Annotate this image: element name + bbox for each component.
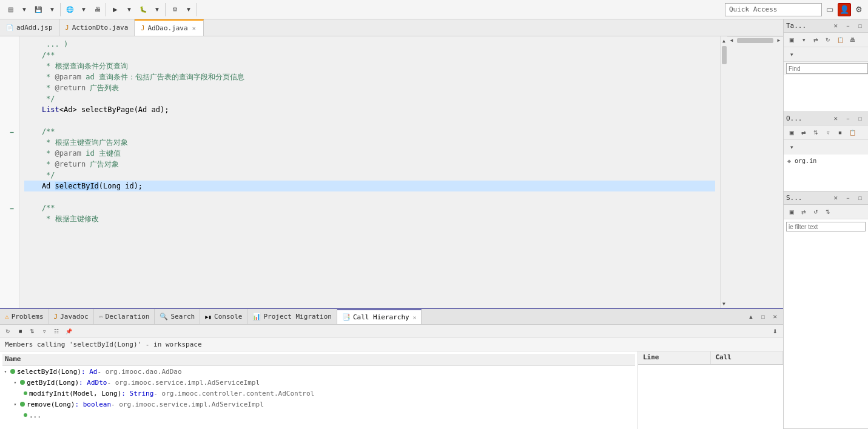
tab-search[interactable]: 🔍 Search	[155, 309, 200, 324]
code-line: * @return 广告对象	[24, 159, 715, 170]
tab-javadoc[interactable]: J Javadoc	[49, 309, 94, 324]
outline-btn1[interactable]: ▣	[786, 127, 797, 138]
tree-row-2[interactable]: ▾ getById(Long) : AdDto - org.imooc.serv…	[2, 377, 635, 388]
find-input[interactable]	[786, 63, 868, 74]
outline-section: O... ✕ − □ ▣ ⇄ ⇅ ▿ ■ 📋 ▾ ◆ org.in	[784, 112, 868, 191]
outline-close-btn[interactable]: ✕	[830, 113, 841, 124]
toolbar-btn-dropdown5[interactable]: ▼	[150, 3, 164, 16]
tree-row-3[interactable]: modifyInit(Model, Long) : String - org.i…	[2, 388, 635, 399]
tab-actiondto-java[interactable]: J ActionDto.java	[59, 19, 135, 36]
code-line: */	[24, 93, 715, 104]
ta-btn6[interactable]: 🖶	[847, 35, 858, 45]
tab-problems[interactable]: ⚠ Problems	[0, 309, 49, 324]
tab-call-hierarchy[interactable]: 📑 Call Hierarchy ✕	[337, 309, 422, 324]
toolbar-maximize-btn[interactable]: ▭	[823, 3, 836, 16]
toolbar-btn-dropdown2[interactable]: ▼	[45, 3, 59, 16]
toolbar-btn-dropdown4[interactable]: ▼	[123, 3, 136, 16]
outline-btn7[interactable]: ▾	[786, 142, 797, 153]
toolbar-btn-build[interactable]: ⚙	[168, 3, 181, 16]
outline-panel-title: O...	[786, 115, 829, 122]
collapse-indicator-1[interactable]: −	[7, 127, 14, 138]
outline-btn2[interactable]: ⇄	[798, 127, 809, 138]
tab-adadd-jsp[interactable]: 📄 adAdd.jsp	[0, 19, 59, 36]
ta-btn3[interactable]: ⇄	[810, 35, 821, 45]
h-scroll-thumb[interactable]	[737, 38, 773, 43]
tab-close-call-hierarchy[interactable]: ✕	[413, 314, 416, 321]
tab-declaration[interactable]: ⎓ Declaration	[94, 309, 155, 324]
call-hierarchy-layout-btn[interactable]: ☷	[51, 326, 62, 337]
ta-max-btn[interactable]: □	[855, 21, 866, 32]
code-area[interactable]: ... ) /** * 根据查询条件分页查询 * @param ad 查询条件：…	[19, 36, 720, 308]
search-close-btn[interactable]: ✕	[830, 193, 841, 204]
bottom-close-btn[interactable]: ✕	[770, 311, 781, 322]
collapse-indicator-2[interactable]: −	[5, 204, 14, 215]
call-hierarchy-filter-btn[interactable]: ▿	[39, 326, 50, 337]
scroll-thumb[interactable]	[722, 46, 727, 64]
call-hierarchy-export-btn[interactable]: ⬇	[770, 326, 781, 337]
tree-row-1[interactable]: ▾ selectById(Long) : Ad - org.imooc.dao.…	[2, 366, 635, 377]
search-btn1[interactable]: ▣	[786, 207, 797, 218]
call-hierarchy-sort-btn[interactable]: ⇅	[27, 326, 38, 337]
toolbar-person-btn[interactable]: 👤	[838, 3, 851, 16]
vertical-scrollbar[interactable]: ▲ ▼	[720, 36, 727, 308]
editor-content[interactable]: − − ... )	[0, 36, 727, 308]
tree-arrow-1[interactable]: ▾	[2, 368, 8, 374]
outline-max-btn[interactable]: □	[855, 113, 866, 124]
ta-btn2[interactable]: ▾	[798, 35, 809, 45]
outline-btn4[interactable]: ▿	[823, 127, 833, 138]
tab-close-addao[interactable]: ✕	[191, 25, 197, 32]
toolbar-btn-new[interactable]: ▤	[4, 3, 17, 16]
ta-btn7[interactable]: ▾	[786, 49, 797, 60]
bottom-maximize-btn[interactable]: □	[758, 311, 769, 322]
col-line-header: Line	[638, 351, 711, 364]
outline-min-btn[interactable]: −	[843, 113, 853, 124]
ta-close-btn[interactable]: ✕	[830, 21, 841, 32]
quick-access-box[interactable]: Quick Access	[725, 3, 822, 16]
bottom-minimize-btn[interactable]: ▲	[745, 311, 756, 322]
toolbar-btn-globe[interactable]: 🌐	[63, 3, 76, 16]
toolbar-settings-btn[interactable]: ⚙	[852, 3, 866, 16]
outline-btn6[interactable]: 📋	[847, 127, 858, 138]
toolbar-btn-dropdown6[interactable]: ▼	[182, 3, 195, 16]
tree-row-5[interactable]: ...	[2, 410, 635, 421]
scroll-left-arrow[interactable]: ◀	[727, 38, 736, 44]
search-btn3[interactable]: ↺	[810, 207, 821, 218]
tab-addao-java[interactable]: J AdDao.java ✕	[135, 19, 203, 36]
toolbar-btn-run[interactable]: ▶	[109, 3, 122, 16]
toolbar-btn-dropdown3[interactable]: ▼	[77, 3, 90, 16]
call-hierarchy-pin-btn[interactable]: 📌	[63, 326, 74, 337]
outline-btn5[interactable]: ■	[835, 127, 846, 138]
ta-btn5[interactable]: 📋	[835, 35, 846, 45]
outline-toolbar2: ▾	[784, 140, 868, 155]
tree-arrow-4[interactable]: ▾	[12, 401, 18, 407]
search-min-btn[interactable]: −	[843, 193, 853, 204]
scroll-up-arrow[interactable]: ▲	[721, 36, 727, 45]
type-info-3: : String	[121, 390, 153, 397]
scroll-right-arrow[interactable]: ▶	[775, 38, 783, 44]
java-icon-2: J	[141, 25, 144, 32]
search-btn4[interactable]: ⇅	[823, 207, 833, 218]
tree-row-4[interactable]: ▾ remove(Long) : boolean - org.imooc.ser…	[2, 399, 635, 410]
call-hierarchy-refresh-btn[interactable]: ↻	[2, 326, 13, 337]
package-info-3: - org.imooc.controller.content.AdControl	[153, 390, 314, 397]
scroll-down-arrow[interactable]: ▼	[721, 299, 727, 308]
horizontal-scrollbar[interactable]: ◀ ▶	[727, 36, 783, 44]
outline-item-org[interactable]: ◆ org.in	[786, 157, 866, 165]
search-btn2[interactable]: ⇄	[798, 207, 809, 218]
outline-btn3[interactable]: ⇅	[810, 127, 821, 138]
tab-project-migration[interactable]: 📊 Project Migration	[247, 309, 337, 324]
tab-console[interactable]: ▶▮ Console	[200, 309, 247, 324]
search-filter-input[interactable]	[786, 222, 866, 231]
tab-label-problems: Problems	[12, 313, 44, 321]
ta-btn4[interactable]: ↻	[823, 35, 833, 45]
toolbar-btn-save[interactable]: 💾	[32, 3, 45, 16]
toolbar-btn-print[interactable]: 🖶	[91, 3, 104, 16]
call-hierarchy-cancel-btn[interactable]: ◾	[15, 326, 25, 337]
ta-btn1[interactable]: ▣	[786, 35, 797, 45]
toolbar-btn-dropdown[interactable]: ▼	[18, 3, 31, 16]
search-max-btn[interactable]: □	[855, 193, 866, 204]
tree-arrow-2[interactable]: ▾	[12, 379, 18, 385]
bottom-panel: ⚠ Problems J Javadoc ⎓ Declaration 🔍 Sea…	[0, 308, 783, 429]
ta-min-btn[interactable]: −	[843, 21, 853, 32]
toolbar-btn-debug[interactable]: 🐛	[136, 3, 150, 16]
